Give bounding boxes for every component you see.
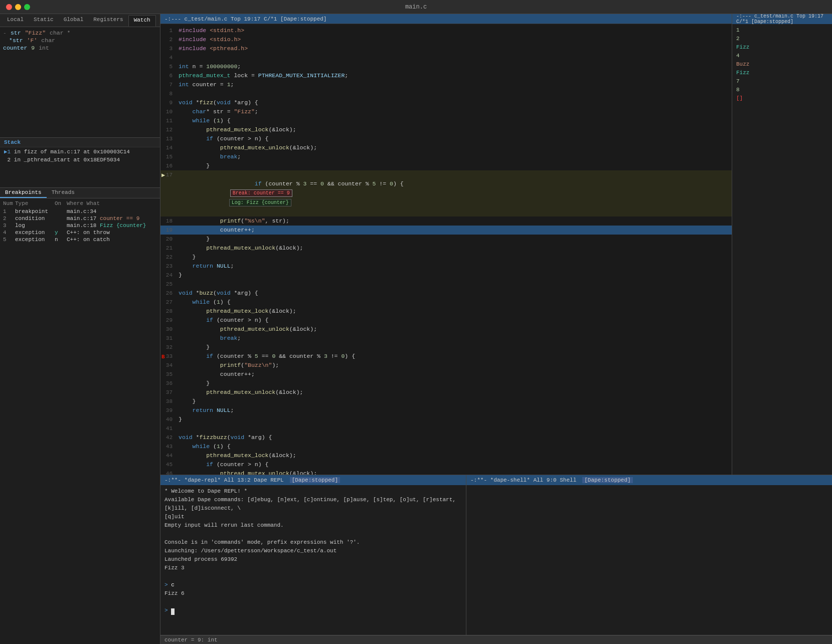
code-line-19: 19 counter++; <box>160 226 732 235</box>
breakpoints-table: Num Type On Where What 1 breakpoint main… <box>0 198 160 644</box>
code-line-5: 5 int n = 100000000; <box>160 62 732 71</box>
shell-output-fizz-1: Fizz <box>736 43 828 52</box>
shell-output-buzz: Buzz <box>736 60 828 69</box>
shell-output-fizz-2: Fizz <box>736 69 828 77</box>
code-line-7: 7 int counter = 1; <box>160 80 732 89</box>
code-line-36: 36 } <box>160 379 732 388</box>
breakpoints-tabs: Breakpoints Threads <box>0 188 160 198</box>
code-line-44: 44 pthread_mutex_lock(&lock); <box>160 451 732 460</box>
code-area[interactable]: 1 #include <stdint.h> 2 #include <stdio.… <box>160 24 732 475</box>
code-line-25: 25 <box>160 280 732 289</box>
shell-output-2: 2 <box>736 35 828 43</box>
repl-fizz6: Fizz 6 <box>164 589 462 598</box>
maximize-button[interactable] <box>24 4 30 10</box>
repl-content[interactable]: * Welcome to Dape REPL! * Available Dape… <box>160 485 466 635</box>
tab-global[interactable]: Global <box>59 15 89 27</box>
right-shell-status: -:--- c_test/main.c Top 19:17 C/*1 [Dape… <box>732 14 832 24</box>
code-line-15: 15 break; <box>160 152 732 161</box>
code-line-32: 32 } <box>160 343 732 352</box>
bp-row-3[interactable]: 3 log main.c:18 Fizz {counter} <box>3 222 157 229</box>
code-line-28: 28 pthread_mutex_lock(&lock); <box>160 307 732 316</box>
tab-static[interactable]: Static <box>29 15 59 27</box>
repl-blank-1 <box>164 530 462 538</box>
code-line-3: 3 #include <pthread.h> <box>160 44 732 53</box>
stack-item-2[interactable]: 2 in _pthread_start at 0x18EDF5034 <box>0 156 160 164</box>
code-line-33: B 33 if (counter % 5 == 0 && counter % 3… <box>160 352 732 361</box>
window-controls <box>6 4 30 10</box>
code-line-39: 39 return NULL; <box>160 406 732 415</box>
repl-commands: Available Dape commands: [d]ebug, [n]ext… <box>164 496 462 513</box>
repl-panel: -:**- *dape-repl* All 13:2 Dape REPL [Da… <box>160 475 466 635</box>
window-title: main.c <box>405 4 427 11</box>
var-row-str: - str "Fizz" char * <box>3 29 157 37</box>
bottom-global-status: counter = 9: int <box>160 635 832 644</box>
tab-breakpoints[interactable]: Breakpoints <box>0 188 47 198</box>
bottom-status-text: counter = 9: int <box>164 637 218 643</box>
code-line-2: 2 #include <stdio.h> <box>160 35 732 44</box>
close-button[interactable] <box>6 4 12 10</box>
tab-threads[interactable]: Threads <box>47 188 80 198</box>
code-line-16: 16 } <box>160 161 732 170</box>
bp-row-5[interactable]: 5 exception n C++: on catch <box>3 236 157 243</box>
main-layout: Local Static Global Registers Watch - st… <box>0 14 832 644</box>
repl-status-bar: -:**- *dape-repl* All 13:2 Dape REPL [Da… <box>160 475 466 485</box>
code-line-23: 23 return NULL; <box>160 262 732 271</box>
stack-item-1[interactable]: ▶1 in fizz of main.c:17 at 0x100003C14 <box>0 147 160 156</box>
code-main: -:--- c_test/main.c Top 19:17 C/*1 [Dape… <box>160 14 732 475</box>
code-status-bar: -:--- c_test/main.c Top 19:17 C/*1 [Dape… <box>160 14 732 24</box>
code-line-29: 29 if (counter > n) { <box>160 316 732 325</box>
code-and-shell: -:--- c_test/main.c Top 19:17 C/*1 [Dape… <box>160 14 832 475</box>
right-shell-content: 1 2 Fizz 4 Buzz Fizz 7 8 [] <box>732 24 832 475</box>
code-line-6: 6 pthread_mutex_t lock = PTHREAD_MUTEX_I… <box>160 71 732 80</box>
repl-status-text: -:**- *dape-repl* All 13:2 Dape REPL <box>164 477 284 483</box>
repl-mode-info: Console is in 'commands' mode, prefix ex… <box>164 538 462 547</box>
shell-output-7: 7 <box>736 77 828 86</box>
code-line-43: 43 while (1) { <box>160 442 732 451</box>
code-line-37: 37 pthread_mutex_unlock(&lock); <box>160 388 732 397</box>
code-line-10: 10 char* str = "Fizz"; <box>160 107 732 116</box>
tab-registers[interactable]: Registers <box>88 15 128 27</box>
shell-output-4: 4 <box>736 52 828 60</box>
code-line-31: 31 break; <box>160 334 732 343</box>
tab-local[interactable]: Local <box>2 15 29 27</box>
code-line-12: 12 pthread_mutex_lock(&lock); <box>160 125 732 134</box>
shell-output-8: 8 <box>736 86 828 94</box>
code-line-1: 1 #include <stdint.h> <box>160 26 732 35</box>
code-line-42: 42 void *fizzbuzz(void *arg) { <box>160 433 732 442</box>
code-line-45: 45 if (counter > n) { <box>160 460 732 469</box>
code-line-17: ▶ 17 if (counter % 3 == 0 && counter % 5… <box>160 170 732 217</box>
code-line-18: 18 printf("%s\n", str); <box>160 217 732 226</box>
minimize-button[interactable] <box>15 4 21 10</box>
bottom-shell-status-bar: -:**- *dape-shell* All 9:0 Shell [Dape:s… <box>466 475 832 485</box>
var-row-str-deref: *str 'F' char <box>3 37 157 44</box>
bp-row-2[interactable]: 2 condition main.c:17 counter == 9 <box>3 215 157 222</box>
code-line-4: 4 <box>160 53 732 62</box>
repl-stopped-badge: [Dape:stopped] <box>290 477 340 483</box>
code-line-30: 30 pthread_mutex_unlock(&lock); <box>160 325 732 334</box>
shell-stopped-badge: [Dape:stopped] <box>582 477 632 483</box>
code-line-22: 22 } <box>160 253 732 262</box>
repl-welcome: * Welcome to Dape REPL! * <box>164 487 462 496</box>
code-status-text: -:--- c_test/main.c Top 19:17 C/*1 [Dape… <box>164 16 326 22</box>
code-line-35: 35 counter++; <box>160 370 732 379</box>
var-row-counter: counter 9 int <box>3 44 157 52</box>
repl-prompt-line[interactable]: > <box>164 606 462 615</box>
bottom-shell-content <box>466 485 832 635</box>
bp-row-1[interactable]: 1 breakpoint main.c:34 <box>3 208 157 215</box>
variables-section: - str "Fizz" char * *str 'F' char counte… <box>0 27 160 137</box>
repl-launching: Launching: /Users/dpettersson/Workspace/… <box>164 547 462 555</box>
variable-tabs: Local Static Global Registers Watch <box>0 14 160 27</box>
bp-row-4[interactable]: 4 exception y C++: on throw <box>3 229 157 236</box>
tab-watch[interactable]: Watch <box>128 15 156 27</box>
right-shell: -:--- c_test/main.c Top 19:17 C/*1 [Dape… <box>732 14 832 475</box>
code-line-24: 24 } <box>160 271 732 280</box>
bp-marker-33: B <box>161 352 165 361</box>
code-line-14: 14 pthread_mutex_unlock(&lock); <box>160 143 732 152</box>
repl-fizz3: Fizz 3 <box>164 564 462 572</box>
bp-header: Num Type On Where What <box>3 200 157 206</box>
bottom-shell-panel: -:**- *dape-shell* All 9:0 Shell [Dape:s… <box>466 475 832 635</box>
code-line-27: 27 while (1) { <box>160 298 732 307</box>
code-line-38: 38 } <box>160 397 732 406</box>
cursor <box>171 608 175 615</box>
left-panel: Local Static Global Registers Watch - st… <box>0 14 160 644</box>
